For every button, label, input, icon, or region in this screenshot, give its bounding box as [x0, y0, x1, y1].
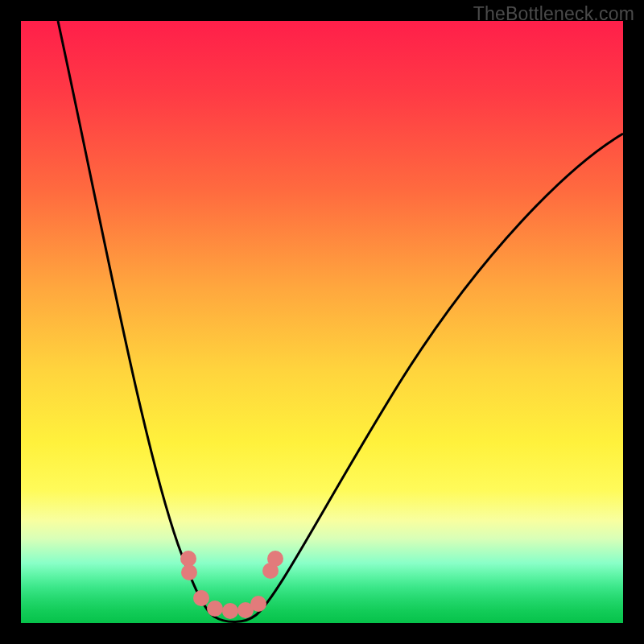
bottleneck-curve: [58, 21, 623, 622]
marker-dot: [207, 601, 223, 617]
marker-dot: [181, 564, 197, 580]
marker-dot: [250, 596, 266, 612]
marker-group: [180, 551, 283, 619]
marker-dot: [193, 590, 209, 606]
chart-plot-area: [21, 21, 623, 623]
marker-dot: [222, 603, 238, 619]
marker-dot: [180, 551, 196, 567]
marker-dot: [267, 551, 283, 567]
chart-svg: [21, 21, 623, 623]
